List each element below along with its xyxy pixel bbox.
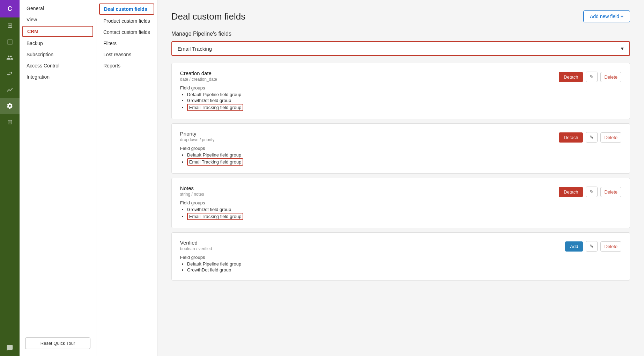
fields-container: Creation datedate / creation_dateField g… bbox=[171, 63, 630, 281]
page-title: Deal custom fields bbox=[171, 11, 245, 22]
detach-button[interactable]: Detach bbox=[559, 132, 583, 143]
field-group-item: Default Pipeline field group bbox=[187, 152, 552, 158]
highlighted-field-group: Email Tracking field group bbox=[187, 213, 244, 220]
detach-button[interactable]: Detach bbox=[559, 187, 583, 197]
sub-item-deal-custom-fields[interactable]: Deal custom fields bbox=[99, 3, 154, 15]
field-group-item: Email Tracking field group bbox=[187, 104, 552, 111]
app-logo[interactable]: C bbox=[0, 0, 20, 17]
nav-icon-gear[interactable] bbox=[0, 98, 20, 114]
nav-icon-box[interactable]: ◫ bbox=[0, 34, 20, 50]
add-new-field-button[interactable]: Add new field + bbox=[583, 10, 630, 22]
edit-button[interactable]: ✎ bbox=[586, 72, 598, 82]
reset-quick-tour-button[interactable]: Reset Quick Tour bbox=[25, 337, 90, 349]
edit-button[interactable]: ✎ bbox=[586, 187, 598, 197]
field-card: Creation datedate / creation_dateField g… bbox=[171, 63, 630, 119]
field-type: dropdown / priority bbox=[180, 137, 552, 142]
nav-item-view[interactable]: View bbox=[20, 14, 96, 25]
nav-icon-chart[interactable] bbox=[0, 82, 20, 98]
sub-item-filters[interactable]: Filters bbox=[96, 38, 157, 49]
highlighted-field-group: Email Tracking field group bbox=[187, 104, 244, 111]
field-info: Creation datedate / creation_dateField g… bbox=[180, 70, 552, 112]
field-group-item: Default Pipeline field group bbox=[187, 261, 558, 267]
sub-item-contact-custom-fields[interactable]: Contact custom fields bbox=[96, 27, 157, 38]
edit-button[interactable]: ✎ bbox=[586, 241, 598, 252]
highlighted-field-group: Email Tracking field group bbox=[187, 158, 244, 166]
nav-icon-arrows[interactable] bbox=[0, 66, 20, 82]
nav-item-subscription[interactable]: Subscription bbox=[20, 49, 96, 60]
field-group-item: Email Tracking field group bbox=[187, 158, 552, 166]
icon-sidebar: C ⊞ ◫ ⊞ bbox=[0, 0, 20, 356]
field-groups-list: GrowthDot field groupEmail Tracking fiel… bbox=[180, 207, 552, 220]
field-card: Notesstring / notesField groupsGrowthDot… bbox=[171, 178, 630, 228]
nav-icon-grid[interactable]: ⊞ bbox=[0, 114, 20, 130]
field-group-item: Email Tracking field group bbox=[187, 213, 552, 220]
detach-button[interactable]: Detach bbox=[559, 72, 583, 82]
section-label: Manage Pipeline's fields bbox=[171, 31, 630, 37]
nav-item-integration[interactable]: Integration bbox=[20, 71, 96, 82]
sub-nav: Deal custom fields Product custom fields… bbox=[96, 0, 157, 356]
field-type: date / creation_date bbox=[180, 77, 552, 82]
left-nav: General View CRM Backup Subscription Acc… bbox=[20, 0, 96, 356]
field-groups-list: Default Pipeline field groupGrowthDot fi… bbox=[180, 261, 558, 273]
chevron-down-icon: ▾ bbox=[621, 45, 624, 52]
sub-item-reports[interactable]: Reports bbox=[96, 60, 157, 71]
page-header: Deal custom fields Add new field + bbox=[171, 10, 630, 22]
delete-button[interactable]: Delete bbox=[600, 187, 621, 197]
field-name: Notes bbox=[180, 185, 552, 191]
sub-item-product-custom-fields[interactable]: Product custom fields bbox=[96, 15, 157, 27]
field-name: Priority bbox=[180, 131, 552, 137]
nav-section: General View CRM Backup Subscription Acc… bbox=[20, 0, 96, 85]
field-info: Verifiedboolean / verifiedField groupsDe… bbox=[180, 240, 558, 273]
field-groups-label: Field groups bbox=[180, 255, 558, 260]
field-group-item: Default Pipeline field group bbox=[187, 92, 552, 97]
sub-item-lost-reasons[interactable]: Lost reasons bbox=[96, 49, 157, 60]
field-groups-label: Field groups bbox=[180, 146, 552, 151]
field-actions: Detach✎Delete bbox=[559, 131, 621, 143]
nav-item-access-control[interactable]: Access Control bbox=[20, 60, 96, 71]
main-content: Deal custom fields Add new field + Manag… bbox=[157, 0, 644, 356]
nav-icon-chat[interactable] bbox=[0, 340, 20, 356]
field-groups-list: Default Pipeline field groupEmail Tracki… bbox=[180, 152, 552, 166]
delete-button[interactable]: Delete bbox=[600, 241, 621, 252]
delete-button[interactable]: Delete bbox=[600, 72, 621, 82]
field-actions: Detach✎Delete bbox=[559, 70, 621, 82]
field-actions: Detach✎Delete bbox=[559, 185, 621, 197]
field-info: Notesstring / notesField groupsGrowthDot… bbox=[180, 185, 552, 221]
field-type: boolean / verified bbox=[180, 246, 558, 251]
field-groups-label: Field groups bbox=[180, 85, 552, 90]
nav-item-general[interactable]: General bbox=[20, 3, 96, 14]
field-group-item: GrowthDot field group bbox=[187, 98, 552, 103]
field-name: Creation date bbox=[180, 70, 552, 76]
field-name: Verified bbox=[180, 240, 558, 246]
field-group-item: GrowthDot field group bbox=[187, 267, 558, 273]
pipeline-dropdown[interactable]: Email Tracking ▾ bbox=[171, 41, 630, 56]
nav-item-crm[interactable]: CRM bbox=[22, 26, 93, 37]
field-card: Verifiedboolean / verifiedField groupsDe… bbox=[171, 232, 630, 281]
nav-item-backup[interactable]: Backup bbox=[20, 38, 96, 49]
field-type: string / notes bbox=[180, 192, 552, 197]
field-actions: Add✎Delete bbox=[565, 240, 621, 252]
field-group-item: GrowthDot field group bbox=[187, 207, 552, 212]
field-groups-list: Default Pipeline field groupGrowthDot fi… bbox=[180, 92, 552, 111]
field-info: Prioritydropdown / priorityField groupsD… bbox=[180, 131, 552, 166]
edit-button[interactable]: ✎ bbox=[586, 132, 598, 143]
nav-icon-users[interactable] bbox=[0, 50, 20, 66]
delete-button[interactable]: Delete bbox=[600, 132, 621, 143]
pipeline-dropdown-value: Email Tracking bbox=[178, 46, 212, 52]
field-groups-label: Field groups bbox=[180, 200, 552, 205]
add-button[interactable]: Add bbox=[565, 241, 583, 252]
nav-icon-puzzle[interactable]: ⊞ bbox=[0, 17, 20, 34]
field-card: Prioritydropdown / priorityField groupsD… bbox=[171, 123, 630, 174]
